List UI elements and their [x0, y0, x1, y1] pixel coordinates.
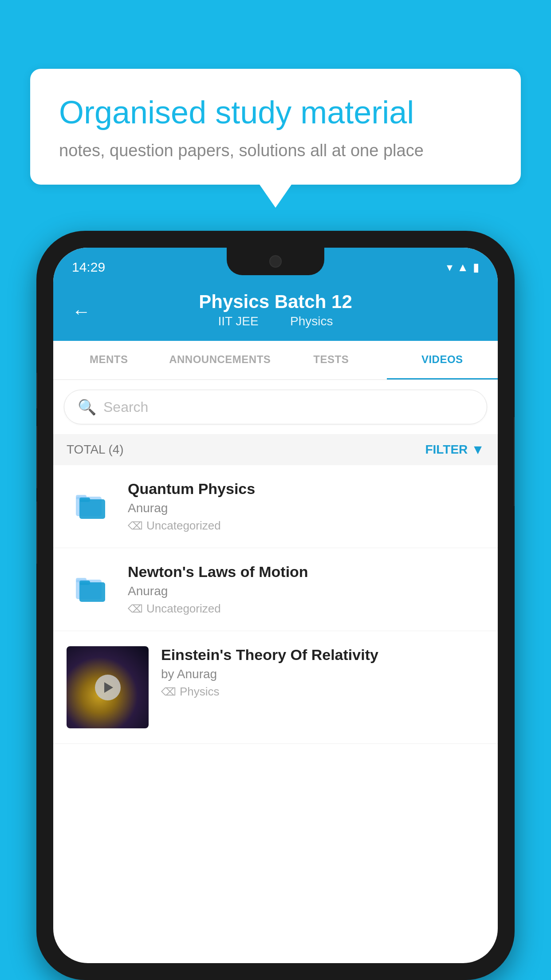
filter-label: FILTER [425, 443, 468, 457]
tab-announcements[interactable]: ANNOUNCEMENTS [165, 341, 276, 379]
search-placeholder: Search [103, 399, 148, 415]
header-subtitle-sep [273, 314, 280, 328]
header-subtitle-physics: Physics [290, 314, 333, 328]
video-info: Einstein's Theory Of Relativity by Anura… [161, 646, 484, 699]
video-author: Anurag [128, 584, 484, 598]
folder-svg [73, 487, 109, 522]
filter-funnel-icon: ▼ [471, 442, 484, 457]
header-title: Physics Batch 12 [72, 291, 479, 312]
wifi-icon: ▾ [447, 261, 453, 274]
play-button[interactable] [95, 675, 121, 700]
tag-icon: ⌫ [128, 603, 143, 615]
phone-frame: 14:29 ▾ ▲ ▮ ← Physics Batch 12 IIT JEE P… [36, 231, 515, 980]
power-button [514, 417, 515, 506]
front-camera [269, 255, 282, 268]
volume-down-button [36, 426, 37, 488]
video-thumbnail [67, 646, 149, 728]
back-button[interactable]: ← [72, 301, 91, 322]
video-tag: ⌫ Physics [161, 685, 484, 699]
tag-label: Uncategorized [146, 519, 221, 533]
svg-rect-3 [79, 498, 90, 502]
signal-icon: ▲ [457, 261, 468, 274]
speech-bubble-subtitle: notes, question papers, solutions all at… [59, 141, 492, 160]
volume-up-button [36, 373, 37, 408]
tab-videos[interactable]: VIDEOS [387, 341, 498, 379]
folder-svg [73, 570, 109, 605]
tab-ments[interactable]: MENTS [53, 341, 165, 379]
video-title: Quantum Physics [128, 480, 484, 498]
silent-button [36, 502, 37, 564]
video-author: Anurag [128, 501, 484, 515]
folder-icon [67, 480, 115, 529]
play-triangle-icon [104, 682, 113, 693]
svg-rect-7 [79, 581, 90, 585]
filter-bar: TOTAL (4) FILTER ▼ [53, 434, 498, 465]
tag-label: Physics [180, 685, 220, 699]
video-title: Einstein's Theory Of Relativity [161, 646, 484, 664]
header-subtitle-iit: IIT JEE [218, 314, 258, 328]
video-title: Newton's Laws of Motion [128, 563, 484, 581]
tabs-bar: MENTS ANNOUNCEMENTS TESTS VIDEOS [53, 341, 498, 380]
video-author: by Anurag [161, 667, 484, 681]
status-icons: ▾ ▲ ▮ [447, 261, 479, 274]
video-info: Newton's Laws of Motion Anurag ⌫ Uncateg… [128, 563, 484, 616]
search-bar[interactable]: 🔍 Search [64, 390, 487, 424]
phone-notch [227, 248, 324, 275]
tab-tests[interactable]: TESTS [276, 341, 387, 379]
speech-bubble-title: Organised study material [59, 93, 492, 131]
tag-label: Uncategorized [146, 602, 221, 616]
app-header: ← Physics Batch 12 IIT JEE Physics [53, 282, 498, 341]
video-tag: ⌫ Uncategorized [128, 519, 484, 533]
total-count: TOTAL (4) [67, 443, 124, 457]
video-list: Quantum Physics Anurag ⌫ Uncategorized [53, 465, 498, 744]
svg-rect-6 [79, 582, 105, 602]
video-tag: ⌫ Uncategorized [128, 602, 484, 616]
search-icon: 🔍 [78, 398, 96, 416]
list-item[interactable]: Quantum Physics Anurag ⌫ Uncategorized [53, 465, 498, 548]
folder-icon [67, 563, 115, 612]
tag-icon: ⌫ [128, 520, 143, 532]
filter-button[interactable]: FILTER ▼ [425, 442, 484, 457]
battery-icon: ▮ [473, 261, 479, 274]
video-info: Quantum Physics Anurag ⌫ Uncategorized [128, 480, 484, 533]
phone-screen: 14:29 ▾ ▲ ▮ ← Physics Batch 12 IIT JEE P… [53, 248, 498, 963]
tag-icon: ⌫ [161, 686, 176, 698]
list-item[interactable]: Einstein's Theory Of Relativity by Anura… [53, 631, 498, 744]
list-item[interactable]: Newton's Laws of Motion Anurag ⌫ Uncateg… [53, 548, 498, 631]
svg-rect-2 [79, 499, 105, 519]
status-time: 14:29 [72, 260, 105, 275]
header-subtitle: IIT JEE Physics [72, 314, 479, 328]
speech-bubble: Organised study material notes, question… [30, 69, 521, 185]
